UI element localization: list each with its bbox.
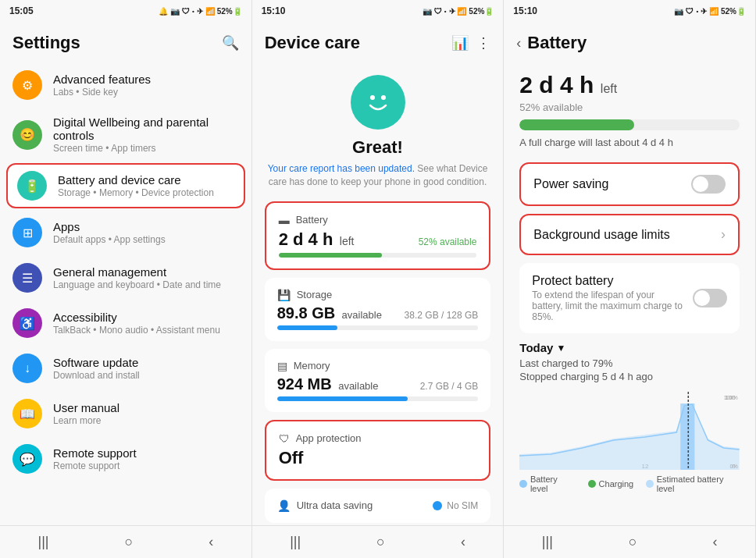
svg-point-0 <box>370 95 375 100</box>
nav-home-2[interactable]: ○ <box>376 534 385 550</box>
battery-care-subtitle: Storage • Memory • Device protection <box>58 187 214 198</box>
battery-main-bar-wrap <box>519 119 740 130</box>
manual-subtitle: Learn more <box>53 415 119 426</box>
settings-item-general[interactable]: ☰ General management Language and keyboa… <box>0 255 251 300</box>
storage-value-group: 89.8 GB available <box>277 304 382 322</box>
battery-card-value: 2 d 4 h <box>279 229 333 249</box>
battery-care-text: Battery and device care Storage • Memory… <box>58 173 214 198</box>
wellbeing-title: Digital Wellbeing and parental controls <box>53 116 239 142</box>
power-saving-item[interactable]: Power saving <box>519 162 740 206</box>
settings-item-software[interactable]: ↓ Software update Download and install <box>0 346 251 391</box>
battery-care-title: Battery and device care <box>58 173 214 187</box>
protect-battery-text: Protect battery To extend the lifespan o… <box>532 274 685 322</box>
battery-icon-2: 52%🔋 <box>469 7 494 16</box>
settings-item-battery[interactable]: 🔋 Battery and device care Storage • Memo… <box>6 163 245 208</box>
accessibility-title: Accessibility <box>53 311 220 324</box>
nav-bar-2: ||| ○ ‹ <box>252 525 504 558</box>
wellbeing-icon: 😊 <box>12 120 42 150</box>
manual-text: User manual Learn more <box>53 401 119 426</box>
status-bar-1: 15:05 🔔 📷 🛡 • ✈ 📶 52%🔋 <box>0 0 251 22</box>
settings-item-accessibility[interactable]: ♿ Accessibility TalkBack • Mono audio • … <box>0 300 251 346</box>
nav-recent-2[interactable]: ||| <box>290 534 301 550</box>
memory-main: 924 MB available 2.7 GB / 4 GB <box>277 375 479 393</box>
battery-content: 2 d 4 h left 52% available A full charge… <box>504 59 755 525</box>
memory-card-icon: ▤ <box>277 360 287 372</box>
software-text: Software update Download and install <box>53 356 140 381</box>
manual-title: User manual <box>53 401 119 414</box>
nav-recent-3[interactable]: ||| <box>542 534 553 550</box>
accessibility-text: Accessibility TalkBack • Mono audio • As… <box>53 311 220 336</box>
protect-battery-toggle[interactable] <box>693 289 727 307</box>
settings-panel: 15:05 🔔 📷 🛡 • ✈ 📶 52%🔋 Settings 🔍 ⚙ Adva… <box>0 0 252 558</box>
ultra-data-icon: 👤 <box>277 499 291 512</box>
battery-value-group: 2 d 4 h left <box>279 229 355 250</box>
care-subtitle-link[interactable]: Your care report has been updated. <box>268 163 415 174</box>
settings-item-apps[interactable]: ⊞ Apps Default apps • App settings <box>0 210 251 255</box>
notif-icon: 🔔 <box>159 7 168 16</box>
settings-item-remote[interactable]: 💬 Remote support Remote support <box>0 436 251 482</box>
apps-icon: ⊞ <box>12 218 42 247</box>
cam-icon: 📷 <box>170 7 180 16</box>
search-icon[interactable]: 🔍 <box>222 34 239 52</box>
today-section: Today ▼ Last charged to 79% Stopped char… <box>519 341 740 493</box>
battery-chart-svg: 100 0 12 100% 0% <box>519 392 740 470</box>
advanced-subtitle: Labs • Side key <box>53 87 151 98</box>
battery-care-card[interactable]: ▬ Battery 2 d 4 h left 52% available <box>265 201 491 270</box>
settings-item-wellbeing[interactable]: 😊 Digital Wellbeing and parental control… <box>0 108 251 162</box>
nav-back-1[interactable]: ‹ <box>209 534 213 550</box>
app-protection-label: App protection <box>296 432 362 444</box>
general-subtitle: Language and keyboard • Date and time <box>53 279 221 290</box>
more-icon[interactable]: ⋮ <box>476 34 490 52</box>
time-2: 15:10 <box>262 5 286 16</box>
battery-header-left: ‹ Battery <box>516 33 587 53</box>
memory-card-header: ▤ Memory <box>277 360 479 372</box>
app-protection-header: 🛡 App protection <box>279 432 477 445</box>
chart-icon[interactable]: 📊 <box>451 34 469 52</box>
legend-battery: Battery level <box>519 474 575 493</box>
app-protection-card[interactable]: 🛡 App protection Off <box>265 420 491 481</box>
today-header[interactable]: Today ▼ <box>519 341 740 354</box>
storage-label: Storage <box>297 289 333 300</box>
protect-battery-label: Protect battery <box>532 274 685 288</box>
dot-icon-3: • <box>696 8 698 15</box>
status-bar-2: 15:10 📷 🛡 • ✈ 📶 52%🔋 <box>252 0 504 22</box>
device-care-content: Great! Your care report has been updated… <box>252 59 504 525</box>
battery-big-section: 2 d 4 h left <box>519 72 740 98</box>
battery-charge-info: A full charge will last about 4 d 4 h <box>519 137 740 148</box>
nav-recent-1[interactable]: ||| <box>37 534 48 550</box>
nav-back-2[interactable]: ‹ <box>461 534 465 550</box>
general-text: General management Language and keyboard… <box>53 265 221 290</box>
ultra-data-left: 👤 Ultra data saving <box>277 499 373 512</box>
protect-toggle-knob <box>694 290 710 306</box>
ultra-data-right: No SIM <box>433 500 478 511</box>
battery-main-bar <box>519 119 633 130</box>
nav-home-3[interactable]: ○ <box>629 534 637 550</box>
nav-back-3[interactable]: ‹ <box>713 534 718 550</box>
legend-estimated: Estimated battery level <box>646 474 740 493</box>
ultra-data-card[interactable]: 👤 Ultra data saving No SIM <box>265 489 491 523</box>
battery-card-left: left <box>340 235 355 247</box>
settings-item-manual[interactable]: 📖 User manual Learn more <box>0 391 251 436</box>
advanced-title: Advanced features <box>53 73 151 86</box>
memory-value: 924 MB <box>277 375 332 393</box>
battery-title: Battery <box>527 33 587 53</box>
care-face <box>351 75 405 130</box>
power-saving-toggle[interactable] <box>691 175 726 194</box>
device-care-title: Device care <box>265 33 360 53</box>
general-icon: ☰ <box>12 263 42 293</box>
memory-value-group: 924 MB available <box>277 375 379 393</box>
nav-bar-1: ||| ○ ‹ <box>0 525 251 558</box>
protect-battery-item[interactable]: Protect battery To extend the lifespan o… <box>519 263 740 333</box>
bg-limits-item[interactable]: Background usage limits › <box>519 214 740 255</box>
nav-home-1[interactable]: ○ <box>124 534 133 550</box>
battery-card-header: ▬ Battery <box>279 214 477 226</box>
legend-estimated-label: Estimated battery level <box>657 474 740 493</box>
wellbeing-subtitle: Screen time • App timers <box>53 143 239 154</box>
back-button[interactable]: ‹ <box>516 35 521 52</box>
storage-card[interactable]: 💾 Storage 89.8 GB available 38.2 GB / 12… <box>265 278 491 341</box>
memory-card[interactable]: ▤ Memory 924 MB available 2.7 GB / 4 GB <box>265 349 491 412</box>
settings-item-advanced[interactable]: ⚙ Advanced features Labs • Side key <box>0 62 251 108</box>
bg-limits-chevron: › <box>721 226 726 243</box>
memory-sub: available <box>338 380 378 392</box>
battery-card-icon: ▬ <box>279 214 290 226</box>
